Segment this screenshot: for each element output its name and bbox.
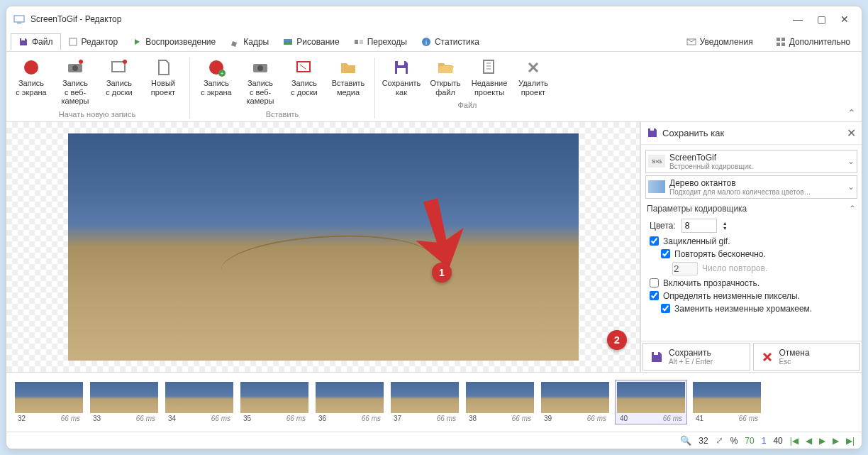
frame-thumbnail[interactable]: 34 66 ms bbox=[164, 380, 235, 424]
frame-number: 37 bbox=[394, 415, 401, 422]
encoder-icon: S›G bbox=[648, 155, 665, 168]
svg-rect-28 bbox=[484, 60, 494, 73]
tab-drawing[interactable]: Рисование bbox=[276, 34, 346, 50]
frame-duration: 66 ms bbox=[587, 415, 606, 422]
frame-current: 40 bbox=[773, 436, 782, 446]
svg-rect-12 bbox=[777, 43, 780, 46]
encoder-params-header[interactable]: Параметры кодировщика ⌃ bbox=[645, 201, 857, 216]
record-webcam-button[interactable]: Запись с веб-камеры bbox=[53, 55, 97, 109]
tab-extras[interactable]: Дополнительно bbox=[769, 34, 857, 50]
frame-thumbnail[interactable]: 40 66 ms bbox=[615, 380, 687, 424]
repeat-count-row: Число повторов. bbox=[645, 261, 857, 277]
svg-rect-2 bbox=[21, 38, 25, 40]
ribbon-tabs: Файл Редактор Воспроизведение Кадры Рисо… bbox=[6, 32, 862, 52]
svg-rect-29 bbox=[650, 128, 654, 131]
colors-row: Цвета: ▲ ▼ bbox=[645, 216, 857, 235]
svg-rect-3 bbox=[69, 38, 77, 45]
grid-icon bbox=[776, 37, 786, 47]
tab-statistics[interactable]: i Статистика bbox=[414, 34, 486, 50]
insert-webcam-button[interactable]: Запись с веб-камеры bbox=[238, 55, 282, 109]
tab-editor[interactable]: Редактор bbox=[61, 34, 126, 50]
panel-header: Сохранить как ✕ bbox=[641, 122, 862, 145]
frame-number: 39 bbox=[544, 415, 552, 422]
zoom-value: 32 bbox=[699, 436, 708, 446]
thumbnail-image bbox=[617, 382, 685, 413]
close-button[interactable]: ✕ bbox=[840, 13, 849, 25]
frame-thumbnail[interactable]: 41 66 ms bbox=[691, 380, 762, 424]
frame-number: 40 bbox=[620, 415, 628, 422]
frame-thumbnail[interactable]: 35 66 ms bbox=[239, 380, 310, 424]
looped-gif-checkbox[interactable]: Зацикленный gif. bbox=[645, 235, 857, 248]
replace-chroma-checkbox[interactable]: Заменить неизменные хромакеем. bbox=[645, 302, 857, 315]
insert-media-button[interactable]: Вставить медиа bbox=[326, 55, 370, 109]
frames-strip[interactable]: 32 66 ms 33 66 ms 34 66 ms 35 66 ms 36 6… bbox=[6, 372, 862, 432]
frame-thumbnail[interactable]: 37 66 ms bbox=[389, 380, 460, 424]
maximize-button[interactable]: ▢ bbox=[817, 13, 826, 25]
ribbon-group-file: Сохранить как Открыть файл Недавние прое… bbox=[377, 55, 558, 121]
play-button[interactable]: ▶ bbox=[819, 436, 825, 446]
record-screen-button[interactable]: Запись с экрана bbox=[9, 55, 53, 109]
first-frame-button[interactable]: |◀ bbox=[790, 436, 799, 446]
new-project-button[interactable]: Новый проект bbox=[141, 55, 185, 109]
fit-icon[interactable]: ⤢ bbox=[716, 435, 723, 446]
frame-thumbnail[interactable]: 36 66 ms bbox=[314, 380, 385, 424]
prev-frame-button[interactable]: ◀ bbox=[806, 436, 812, 446]
save-icon bbox=[391, 57, 411, 77]
minimize-button[interactable]: — bbox=[793, 13, 803, 25]
frame-number: 32 bbox=[18, 415, 26, 422]
last-frame-button[interactable]: ▶| bbox=[846, 436, 855, 446]
recent-projects-button[interactable]: Недавние проекты bbox=[467, 55, 511, 99]
record-board-button[interactable]: Запись с доски bbox=[97, 55, 141, 109]
thumbnail-image bbox=[693, 382, 761, 413]
spin-up-button[interactable]: ▲ bbox=[723, 221, 728, 226]
frame-thumbnail[interactable]: 33 66 ms bbox=[89, 380, 160, 424]
editor-icon bbox=[68, 37, 78, 47]
chevron-up-icon: ⌃ bbox=[849, 204, 856, 214]
preview-area: 1 bbox=[6, 122, 640, 372]
svg-point-19 bbox=[123, 60, 127, 64]
tab-notifications[interactable]: Уведомления bbox=[679, 34, 760, 50]
tab-file[interactable]: Файл bbox=[11, 33, 61, 50]
detect-unchanged-checkbox[interactable]: Определять неизменные пикселы. bbox=[645, 290, 857, 302]
magnifier-icon[interactable]: 🔍 bbox=[680, 435, 691, 446]
tab-frames[interactable]: Кадры bbox=[223, 34, 276, 50]
image-icon bbox=[283, 37, 293, 47]
transparency-checkbox[interactable]: Включить прозрачность. bbox=[645, 277, 857, 290]
frame-thumbnail[interactable]: 38 66 ms bbox=[464, 380, 535, 424]
tab-transitions[interactable]: Переходы bbox=[347, 34, 414, 50]
insert-screen-button[interactable]: + Запись с экрана bbox=[194, 55, 238, 109]
delete-icon bbox=[523, 57, 543, 77]
callout-marker-1: 1 bbox=[432, 263, 452, 283]
svg-rect-1 bbox=[17, 23, 21, 23]
svg-rect-5 bbox=[355, 40, 358, 44]
play-icon bbox=[132, 37, 142, 47]
board-draw-icon bbox=[294, 57, 314, 77]
spin-down-button[interactable]: ▼ bbox=[723, 226, 728, 231]
panel-close-button[interactable]: ✕ bbox=[847, 126, 856, 140]
svg-rect-10 bbox=[777, 38, 780, 41]
svg-rect-11 bbox=[781, 38, 785, 41]
save-as-button[interactable]: Сохранить как bbox=[379, 55, 423, 99]
callout-marker-2: 2 bbox=[607, 330, 627, 350]
quantizer-selector[interactable]: Дерево октантов Подходит для малого коли… bbox=[645, 175, 857, 199]
frame-duration: 66 ms bbox=[286, 415, 306, 422]
frame-thumbnail[interactable]: 39 66 ms bbox=[540, 380, 611, 424]
colors-input[interactable] bbox=[681, 219, 717, 233]
collapse-ribbon-button[interactable]: ⌃ bbox=[847, 107, 856, 119]
frame-number: 36 bbox=[318, 415, 326, 422]
save-button[interactable]: Сохранить Alt + E / Enter bbox=[642, 343, 750, 371]
frame-thumbnail[interactable]: 32 66 ms bbox=[13, 380, 84, 424]
save-icon bbox=[18, 37, 28, 47]
delete-project-button[interactable]: Удалить проект bbox=[511, 55, 555, 99]
open-file-button[interactable]: Открыть файл bbox=[423, 55, 467, 99]
cancel-button[interactable]: Отмена Esc bbox=[753, 343, 861, 371]
thumbnail-image bbox=[316, 382, 384, 413]
tab-playback[interactable]: Воспроизведение bbox=[125, 34, 223, 50]
next-frame-button[interactable]: ▶ bbox=[833, 436, 839, 446]
encoder-selector[interactable]: S›G ScreenToGif Встроенный кодировщик. ⌄ bbox=[645, 150, 857, 173]
repeat-infinite-checkbox[interactable]: Повторять бесконечно. bbox=[645, 248, 857, 261]
svg-text:+: + bbox=[221, 70, 224, 77]
board-icon bbox=[109, 57, 129, 77]
ribbon-group-newrecord: Запись с экрана Запись с веб-камеры Запи… bbox=[6, 55, 188, 121]
insert-board-button[interactable]: Запись с доски bbox=[282, 55, 326, 109]
